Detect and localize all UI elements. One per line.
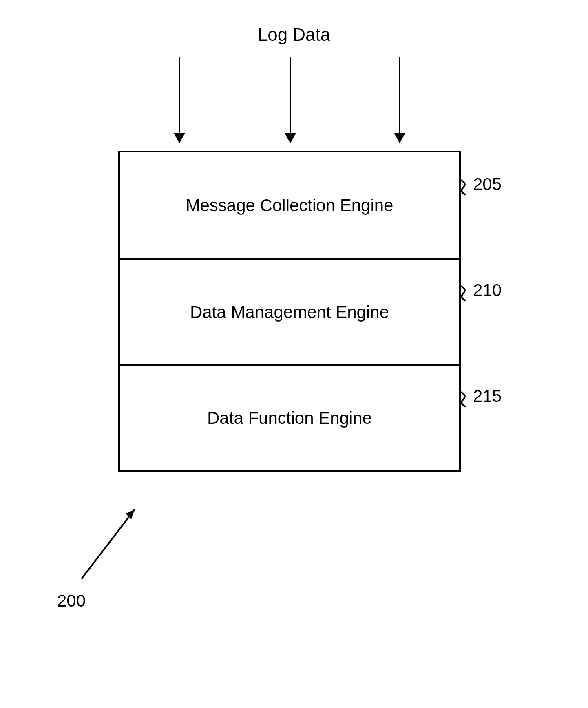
reference-tick-icon bbox=[460, 179, 472, 196]
layer-data-management: Data Management Engine bbox=[120, 258, 459, 364]
engine-stack: Message Collection Engine Data Managemen… bbox=[118, 151, 461, 472]
svg-line-0 bbox=[82, 509, 135, 579]
layer-message-collection: Message Collection Engine bbox=[120, 152, 459, 258]
reference-arrow-icon bbox=[73, 497, 147, 587]
reference-label: 205 bbox=[473, 174, 502, 194]
reference-label: 210 bbox=[473, 280, 502, 300]
reference-tick-icon bbox=[460, 391, 472, 408]
arrow-down-icon bbox=[399, 57, 400, 143]
diagram-title: Log Data bbox=[0, 24, 588, 45]
layer-data-function: Data Function Engine bbox=[120, 364, 459, 470]
layer-label: Data Management Engine bbox=[190, 302, 389, 322]
reference-tick-icon bbox=[460, 285, 472, 302]
figure-reference: 200 bbox=[57, 591, 86, 611]
arrow-down-icon bbox=[290, 57, 291, 143]
layer-label: Message Collection Engine bbox=[186, 196, 393, 215]
arrow-down-icon bbox=[179, 57, 180, 143]
svg-marker-1 bbox=[126, 509, 135, 519]
reference-label: 215 bbox=[473, 386, 502, 406]
layer-label: Data Function Engine bbox=[207, 408, 372, 428]
